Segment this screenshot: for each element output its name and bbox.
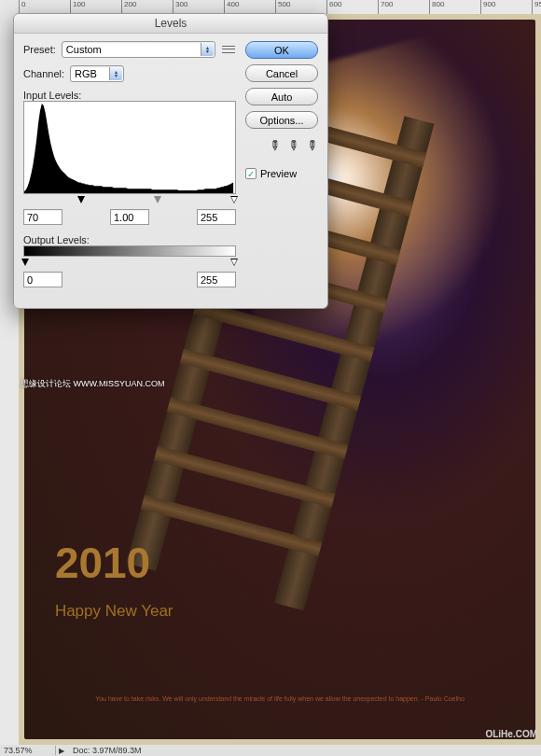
auto-button[interactable]: Auto <box>245 88 318 105</box>
zoom-level[interactable]: 73.57% <box>0 746 56 755</box>
black-point-slider[interactable] <box>77 196 85 203</box>
input-levels-label: Input Levels: <box>23 90 236 101</box>
input-black-field[interactable]: 70 <box>23 209 62 225</box>
chevron-updown-icon: ▴▾ <box>201 43 214 56</box>
preset-label: Preset: <box>23 44 56 55</box>
output-gradient <box>23 245 236 257</box>
eyedropper-gray-icon[interactable]: ✎ <box>284 136 303 155</box>
eyedropper-black-icon[interactable]: ✎ <box>266 136 284 155</box>
channel-label: Channel: <box>23 68 64 79</box>
poster-greeting: Happy New Year <box>55 602 173 621</box>
dialog-title[interactable]: Levels <box>14 14 327 34</box>
preset-menu-icon[interactable] <box>221 43 236 56</box>
poster-year: 2010 <box>55 538 150 588</box>
output-white-field[interactable]: 255 <box>197 272 236 287</box>
eyedropper-group: ✎ ✎ ✎ <box>245 138 318 153</box>
preset-select[interactable]: Custom ▴▾ <box>62 41 215 58</box>
preview-checkbox[interactable]: ✓ <box>245 168 257 179</box>
cancel-button[interactable]: Cancel <box>245 64 318 82</box>
poster-quote: You have to take risks. We will only und… <box>24 695 535 703</box>
eyedropper-white-icon[interactable]: ✎ <box>303 136 322 155</box>
input-gamma-field[interactable]: 1.00 <box>110 209 149 225</box>
chevron-updown-icon: ▴▾ <box>109 67 122 80</box>
input-sliders[interactable] <box>23 196 236 205</box>
gamma-slider[interactable] <box>154 196 161 203</box>
input-white-field[interactable]: 255 <box>197 209 236 225</box>
ok-button[interactable]: OK <box>245 41 318 59</box>
output-black-slider[interactable] <box>21 259 29 266</box>
output-white-slider[interactable] <box>230 259 238 266</box>
ruler-horizontal: 0100200300400500600700800900950 <box>19 0 541 14</box>
white-point-slider[interactable] <box>230 196 238 203</box>
zoom-arrow-icon[interactable]: ▶ <box>56 747 67 755</box>
output-sliders[interactable] <box>23 259 236 268</box>
options-button[interactable]: Options... <box>245 111 318 129</box>
output-levels-label: Output Levels: <box>23 234 236 245</box>
histogram <box>23 101 236 194</box>
status-bar: 73.57% ▶ Doc: 3.97M/89.3M <box>0 745 541 756</box>
doc-size: Doc: 3.97M/89.3M <box>67 746 142 755</box>
preview-label: Preview <box>260 168 297 179</box>
output-black-field[interactable]: 0 <box>23 272 62 287</box>
watermark-right: OLiHe.COM <box>485 729 537 739</box>
channel-select[interactable]: RGB ▴▾ <box>70 65 124 82</box>
watermark-left: 思缘设计论坛 WWW.MISSYUAN.COM <box>21 378 165 390</box>
levels-dialog: Levels Preset: Custom ▴▾ Channel: RGB ▴▾… <box>13 13 328 309</box>
